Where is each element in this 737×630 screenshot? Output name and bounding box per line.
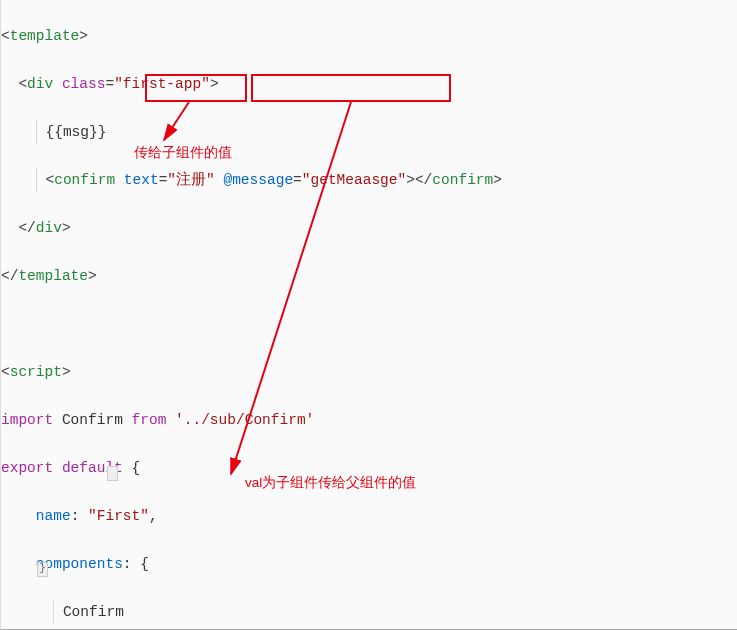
code-line: <div class="first-app"> xyxy=(1,72,737,96)
code-line: <script> xyxy=(1,360,737,384)
code-line: </div> xyxy=(1,216,737,240)
code-line: Confirm xyxy=(1,600,737,624)
code-line: {{msg}} xyxy=(1,120,737,144)
code-editor: <template> <div class="first-app"> {{msg… xyxy=(0,0,737,630)
code-line: components: { xyxy=(1,552,737,576)
code-line: <template> xyxy=(1,24,737,48)
fold-marker xyxy=(107,466,118,481)
code-line: </template> xyxy=(1,264,737,288)
code-line: import Confirm from '../sub/Confirm' xyxy=(1,408,737,432)
code-line: name: "First", xyxy=(1,504,737,528)
fold-marker: } xyxy=(37,562,48,577)
annotation-prop-label: 传给子组件的值 xyxy=(134,141,232,165)
code-line xyxy=(1,312,737,336)
code-line: <confirm text="注册" @message="getMeaasge"… xyxy=(1,168,737,192)
